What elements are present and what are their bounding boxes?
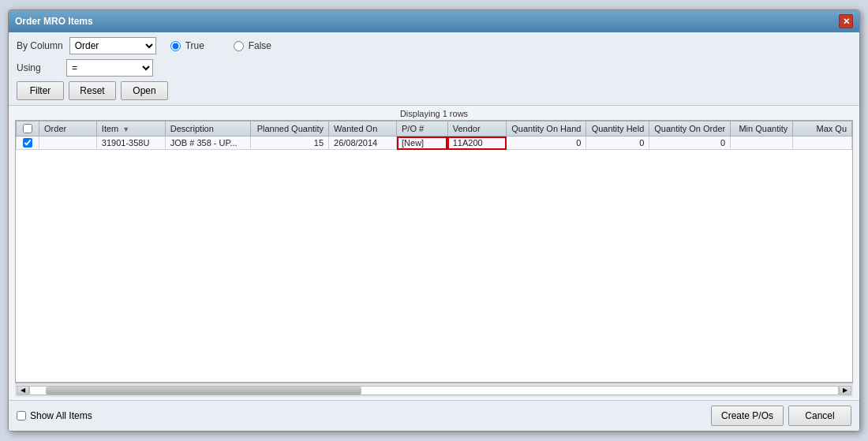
row-checkbox-cell <box>17 136 39 150</box>
row-max-qty-cell <box>793 136 852 150</box>
using-row: Using = != > < <box>17 59 851 77</box>
button-row: Filter Reset Open <box>17 81 851 100</box>
using-label: Using <box>17 62 60 73</box>
false-radio[interactable] <box>234 41 244 51</box>
by-column-select[interactable]: Order Item Description Wanted On <box>69 37 156 54</box>
col-header-checkbox <box>17 121 39 136</box>
true-label: True <box>185 40 229 51</box>
col-header-max-qty[interactable]: Max Qu <box>793 121 852 136</box>
scroll-left-button[interactable]: ◀ <box>17 386 29 395</box>
row-planned-qty-cell: 15 <box>250 136 329 150</box>
order-mro-dialog: Order MRO Items ✕ By Column Order Item D… <box>8 9 860 432</box>
row-qty-on-hand-cell: 0 <box>507 136 586 150</box>
cancel-button[interactable]: Cancel <box>788 405 851 426</box>
data-table: Order Item ▼ Description Planned Quantit… <box>16 121 852 150</box>
dialog-title: Order MRO Items <box>15 16 93 27</box>
filter-button[interactable]: Filter <box>17 81 64 100</box>
row-qty-on-order-cell: 0 <box>649 136 731 150</box>
radio-group: True False <box>170 40 292 51</box>
horizontal-scrollbar[interactable] <box>29 386 839 395</box>
content-area: Displaying 1 rows Order Ite <box>9 106 859 400</box>
by-column-row: By Column Order Item Description Wanted … <box>17 37 851 54</box>
open-button[interactable]: Open <box>121 81 168 100</box>
create-pos-button[interactable]: Create P/Os <box>711 405 784 426</box>
reset-button[interactable]: Reset <box>69 81 116 100</box>
col-header-item[interactable]: Item ▼ <box>96 121 165 136</box>
true-radio[interactable] <box>170 41 181 51</box>
row-vendor-cell: 11A200 <box>447 136 507 150</box>
footer-area: Show All Items Create P/Os Cancel <box>9 400 859 431</box>
show-all-row: Show All Items <box>17 410 92 421</box>
show-all-checkbox[interactable] <box>17 411 26 420</box>
col-header-vendor[interactable]: Vendor <box>447 121 507 136</box>
toolbar: By Column Order Item Description Wanted … <box>9 32 859 106</box>
table-row[interactable]: 31901-358U JOB # 358 - UP... 15 26/08/20… <box>17 136 852 150</box>
row-order-cell <box>39 136 97 150</box>
col-header-description[interactable]: Description <box>165 121 250 136</box>
using-select[interactable]: = != > < <box>66 59 153 77</box>
col-header-po-num[interactable]: P/O # <box>397 121 448 136</box>
title-bar: Order MRO Items ✕ <box>9 10 859 32</box>
by-column-label: By Column <box>17 40 63 51</box>
item-sort-icon: ▼ <box>122 125 129 133</box>
row-po-num-cell: [New] <box>397 136 448 150</box>
col-header-qty-on-hand[interactable]: Quantity On Hand <box>507 121 586 136</box>
row-qty-held-cell: 0 <box>586 136 649 150</box>
footer-buttons: Create P/Os Cancel <box>711 405 851 426</box>
select-all-checkbox[interactable] <box>23 124 32 133</box>
row-min-qty-cell <box>731 136 793 150</box>
row-description-cell: JOB # 358 - UP... <box>165 136 250 150</box>
false-label: False <box>249 40 292 51</box>
col-header-qty-on-order[interactable]: Quantity On Order <box>649 121 731 136</box>
row-item-cell: 31901-358U <box>96 136 165 150</box>
table-header-row: Order Item ▼ Description Planned Quantit… <box>17 121 852 136</box>
scrollbar-thumb <box>46 387 361 394</box>
col-header-planned-qty[interactable]: Planned Quantity <box>250 121 329 136</box>
col-header-qty-held[interactable]: Quantity Held <box>586 121 649 136</box>
col-header-wanted-on[interactable]: Wanted On <box>329 121 397 136</box>
scroll-right-button[interactable]: ▶ <box>839 386 851 395</box>
close-button[interactable]: ✕ <box>839 14 853 28</box>
table-wrapper[interactable]: Order Item ▼ Description Planned Quantit… <box>15 120 853 383</box>
col-header-order[interactable]: Order <box>39 121 97 136</box>
scrollbar-area: ◀ ▶ <box>15 383 853 397</box>
show-all-label: Show All Items <box>30 410 92 421</box>
row-wanted-on-cell: 26/08/2014 <box>329 136 397 150</box>
displaying-label: Displaying 1 rows <box>15 109 853 118</box>
col-header-min-qty[interactable]: Min Quantity <box>731 121 793 136</box>
row-checkbox[interactable] <box>23 138 32 148</box>
